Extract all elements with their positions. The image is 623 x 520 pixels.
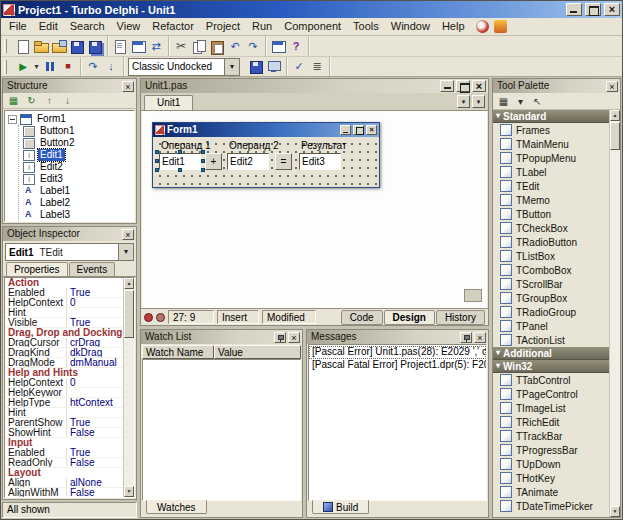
set-debug-desktop-icon[interactable] [265, 58, 283, 75]
menu-item[interactable]: File [3, 18, 33, 35]
property-value[interactable] [67, 388, 123, 397]
chevron-down-icon[interactable]: ▾ [513, 94, 528, 108]
property-value[interactable]: htContext [67, 398, 123, 407]
palette-item[interactable]: TCheckBox [493, 221, 609, 235]
form-designer-surface[interactable]: Form1 Операнд 1 Операнд 2 Результат Edit… [142, 111, 487, 308]
designed-form[interactable]: Form1 Операнд 1 Операнд 2 Результат Edit… [152, 122, 380, 188]
property-value[interactable]: True [67, 418, 123, 427]
maximize-button[interactable] [585, 3, 601, 16]
palette-item[interactable]: TMainMenu [493, 137, 609, 151]
close-icon[interactable] [288, 332, 300, 343]
watch-list-body[interactable] [142, 359, 301, 501]
refresh-icon[interactable]: ↻ [24, 94, 39, 108]
property-value[interactable] [67, 308, 123, 317]
tree-item[interactable]: Edit1 [23, 149, 134, 161]
property-row[interactable]: HelpType htContext [5, 398, 123, 408]
palette-item[interactable]: TActionList [493, 333, 609, 347]
stop-button[interactable]: ■ [59, 58, 77, 75]
tree-item[interactable]: Label2 [23, 197, 134, 209]
property-value[interactable]: False [67, 458, 123, 467]
property-value[interactable]: True [67, 288, 123, 297]
selection-handle[interactable] [201, 168, 205, 172]
menu-item[interactable]: Run [246, 18, 278, 35]
plus-button[interactable]: + [205, 153, 222, 170]
property-row[interactable]: ShowHint False [5, 428, 123, 438]
borland-logo-icon[interactable] [476, 20, 489, 33]
play-macro-button[interactable] [156, 313, 165, 322]
move-down-icon[interactable]: ↓ [60, 94, 75, 108]
palette-categories-icon[interactable]: ▦ [496, 94, 511, 108]
form-body[interactable]: Операнд 1 Операнд 2 Результат Edit1 + Ed… [153, 137, 379, 187]
close-button[interactable] [604, 3, 620, 16]
palette-item[interactable]: TGroupBox [493, 291, 609, 305]
palette-item[interactable]: TPopupMenu [493, 151, 609, 165]
save-desktop-icon[interactable] [247, 58, 265, 75]
palette-item[interactable]: TPanel [493, 319, 609, 333]
editor-tab[interactable]: Unit1 [144, 95, 193, 110]
property-row[interactable]: Enabled True [5, 288, 123, 298]
object-selector[interactable]: Edit1 TEdit [5, 243, 134, 261]
menu-item[interactable]: Window [385, 18, 436, 35]
scroll-down-icon[interactable] [124, 486, 134, 497]
close-icon[interactable] [474, 332, 486, 343]
tree-item[interactable]: Edit2 [23, 161, 134, 173]
delphi-flame-icon[interactable] [494, 20, 507, 33]
save-all-icon[interactable] [86, 38, 104, 55]
selection-handle[interactable] [178, 150, 182, 154]
watch-list-caption[interactable]: Watch List [141, 330, 302, 344]
menu-item[interactable]: Component [278, 18, 347, 35]
save-icon[interactable] [68, 38, 86, 55]
tool-palette-caption[interactable]: Tool Palette [493, 79, 620, 93]
property-category[interactable]: Input [5, 438, 123, 448]
property-value[interactable]: 0 [67, 298, 123, 307]
tab-events[interactable]: Events [69, 262, 116, 276]
property-value[interactable]: alNone [67, 478, 123, 487]
palette-item[interactable]: THotKey [493, 471, 609, 485]
close-icon[interactable] [122, 229, 134, 240]
palette-item[interactable]: TTabControl [493, 373, 609, 387]
chevron-down-icon[interactable] [224, 59, 239, 75]
property-row[interactable]: HelpKeywor [5, 388, 123, 398]
desktop-layout-select[interactable]: Classic Undocked [128, 58, 240, 76]
close-icon[interactable] [122, 81, 134, 92]
tab-code[interactable]: Code [341, 310, 383, 325]
property-category[interactable]: Action [5, 278, 123, 288]
palette-item[interactable]: Frames [493, 123, 609, 137]
property-value[interactable]: False [67, 488, 123, 497]
tab-history[interactable]: History [436, 310, 485, 325]
column-value[interactable]: Value [214, 345, 301, 359]
step-over-icon[interactable]: ↷ [84, 58, 102, 75]
selection-handle[interactable] [155, 150, 159, 154]
tree-item[interactable]: Button1 [23, 125, 134, 137]
palette-category-header[interactable]: ▾ Win32 [493, 360, 609, 373]
minimize-button[interactable] [566, 3, 582, 16]
property-row[interactable]: Hint [5, 408, 123, 418]
palette-item[interactable]: TMemo [493, 193, 609, 207]
cut-icon[interactable]: ✂ [172, 38, 190, 55]
property-row[interactable]: ParentShow True [5, 418, 123, 428]
property-row[interactable]: ReadOnly False [5, 458, 123, 468]
operand2-label[interactable]: Операнд 2 [229, 140, 279, 151]
property-value[interactable]: True [67, 448, 123, 457]
selection-handle[interactable] [201, 150, 205, 154]
tree-item[interactable]: Label1 [23, 185, 134, 197]
view-unit-icon[interactable] [111, 38, 129, 55]
scrollbar-track[interactable] [124, 339, 134, 486]
palette-item[interactable]: TAnimate [493, 485, 609, 499]
toolbar-grip[interactable] [4, 39, 7, 53]
property-category[interactable]: Layout [5, 468, 123, 478]
property-value[interactable]: True [67, 318, 123, 327]
edit2-field[interactable]: Edit2 [227, 153, 269, 170]
palette-item[interactable]: TRichEdit [493, 415, 609, 429]
property-row[interactable]: DragKind dkDrag [5, 348, 123, 358]
tab-watches[interactable]: Watches [146, 500, 207, 514]
selection-handle[interactable] [178, 168, 182, 172]
palette-item[interactable]: TLabel [493, 165, 609, 179]
palette-item[interactable]: TRadioButton [493, 235, 609, 249]
tab-dropdown-icon[interactable] [457, 95, 470, 108]
tree-item[interactable]: Edit3 [23, 173, 134, 185]
selection-handle[interactable] [201, 159, 205, 163]
structure-caption[interactable]: Structure [3, 79, 136, 93]
pause-button[interactable] [41, 58, 59, 75]
result-label[interactable]: Результат [301, 140, 346, 151]
